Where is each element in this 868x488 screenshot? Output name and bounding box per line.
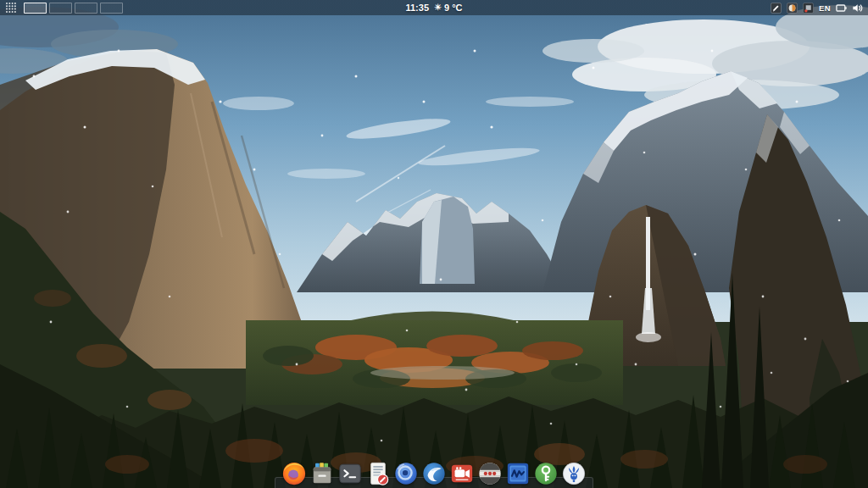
dock-disc-player-icon[interactable] — [393, 461, 419, 486]
wallpaper-yosemite — [0, 0, 868, 488]
apps-grid-icon[interactable] — [5, 2, 17, 14]
workspace-3[interactable] — [75, 3, 97, 14]
dock-system-monitor-icon[interactable] — [505, 461, 531, 486]
dock-passwords-keys-icon[interactable] — [533, 461, 559, 486]
dock-blue-emblem-icon[interactable] — [561, 461, 587, 486]
weather-widget[interactable]: ☀ 9 °C — [434, 3, 463, 13]
dock — [277, 461, 591, 488]
dock-film-reel-icon[interactable] — [477, 461, 503, 486]
dock-terminal-icon[interactable] — [337, 461, 363, 486]
valley-forest — [246, 320, 623, 405]
system-tray: EN — [771, 0, 863, 15]
dock-firefox-icon[interactable] — [281, 461, 307, 486]
panel-left — [5, 0, 123, 15]
clock[interactable]: 11:35 — [405, 3, 429, 13]
battery-display-icon[interactable] — [836, 3, 847, 14]
temperature: 9 °C — [444, 3, 463, 13]
app-badge-tray-icon[interactable] — [787, 3, 798, 14]
workspace-switcher — [24, 3, 123, 14]
workspace-1[interactable] — [24, 3, 47, 14]
screen-record-tray-icon[interactable] — [803, 3, 814, 14]
dock-text-editor-icon[interactable] — [365, 461, 391, 486]
workspace-4[interactable] — [100, 3, 123, 14]
sun-icon: ☀ — [434, 3, 442, 12]
dock-video-recorder-icon[interactable] — [449, 461, 475, 486]
keyboard-layout-indicator[interactable]: EN — [819, 3, 831, 13]
pencil-edit-tray-icon[interactable] — [771, 3, 782, 14]
dock-thunderbird-icon[interactable] — [421, 461, 447, 486]
workspace-2[interactable] — [49, 3, 72, 14]
panel-center: 11:35 ☀ 9 °C — [405, 0, 462, 15]
dock-file-cabinet-icon[interactable] — [309, 461, 335, 486]
desktop: 11:35 ☀ 9 °C EN — [0, 0, 868, 488]
volume-icon[interactable] — [852, 3, 863, 14]
top-panel: 11:35 ☀ 9 °C EN — [0, 0, 868, 15]
